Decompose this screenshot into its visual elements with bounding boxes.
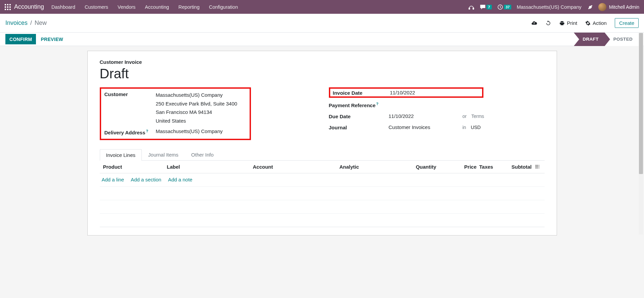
top-navbar: Accounting Dashboard Customers Vendors A… bbox=[0, 0, 644, 14]
breadcrumb-sep: / bbox=[30, 19, 32, 27]
nav-reporting[interactable]: Reporting bbox=[178, 4, 200, 10]
avatar bbox=[598, 3, 606, 11]
col-price[interactable]: Price bbox=[438, 164, 478, 170]
preview-button[interactable]: PREVIEW bbox=[36, 34, 68, 44]
col-product[interactable]: Product bbox=[102, 164, 166, 170]
payment-ref-label: Payment Reference? bbox=[329, 101, 389, 108]
svg-rect-16 bbox=[539, 166, 539, 167]
due-date-field: Due Date 11/10/2022 or Terms bbox=[329, 113, 545, 119]
cloud-upload-icon[interactable] bbox=[531, 20, 537, 26]
invoice-date-value[interactable]: 11/10/2022 bbox=[390, 90, 464, 95]
terms-placeholder[interactable]: Terms bbox=[471, 114, 484, 119]
control-bar: Invoices / New Print Action Create bbox=[0, 14, 644, 33]
navbar-left: Accounting Dashboard Customers Vendors A… bbox=[5, 3, 238, 10]
app-brand[interactable]: Accounting bbox=[14, 3, 44, 10]
highlight-customer-box: Customer Massachusetts(US) Company 250 E… bbox=[100, 87, 251, 140]
navbar-right: 7 37 Massachusetts(US) Company Mitchell … bbox=[468, 3, 639, 11]
status-bar: DRAFT POSTED bbox=[574, 33, 639, 46]
grid-empty-row[interactable] bbox=[100, 200, 545, 214]
due-date-value[interactable]: 11/10/2022 bbox=[389, 113, 463, 119]
messages-icon[interactable]: 7 bbox=[480, 4, 492, 10]
nav-accounting[interactable]: Accounting bbox=[145, 4, 169, 10]
customer-addr1: 250 Executive Park Blvd, Suite 3400 bbox=[156, 99, 238, 108]
breadcrumb-root[interactable]: Invoices bbox=[5, 19, 28, 27]
help-icon[interactable]: ? bbox=[146, 129, 148, 133]
nav-menu: Dashboard Customers Vendors Accounting R… bbox=[51, 4, 238, 10]
col-label[interactable]: Label bbox=[166, 164, 229, 170]
nav-dashboard[interactable]: Dashboard bbox=[51, 4, 75, 10]
customer-addr3: United States bbox=[156, 117, 238, 125]
svg-rect-1 bbox=[7, 4, 8, 5]
journal-field: Journal Customer Invoices in USD bbox=[329, 124, 545, 130]
tabs: Invoice Lines Journal Items Other Info bbox=[100, 149, 545, 161]
create-button[interactable]: Create bbox=[615, 18, 639, 28]
grid-empty-row[interactable] bbox=[100, 187, 545, 200]
form-subtitle: Customer Invoice bbox=[100, 59, 545, 65]
svg-rect-12 bbox=[535, 165, 538, 165]
journal-currency[interactable]: USD bbox=[471, 125, 481, 130]
due-date-label: Due Date bbox=[329, 113, 389, 119]
grid-header: Product Label Account Analytic Quantity … bbox=[100, 161, 545, 173]
form-columns: Customer Massachusetts(US) Company 250 E… bbox=[100, 87, 545, 140]
svg-rect-5 bbox=[9, 6, 11, 8]
journal-in: in bbox=[463, 125, 466, 130]
svg-rect-4 bbox=[7, 6, 8, 8]
journal-label: Journal bbox=[329, 124, 389, 130]
nav-configuration[interactable]: Configuration bbox=[209, 4, 238, 10]
status-draft[interactable]: DRAFT bbox=[574, 33, 604, 46]
svg-rect-8 bbox=[9, 9, 11, 10]
help-icon[interactable]: ? bbox=[376, 102, 379, 106]
col-options-icon[interactable] bbox=[533, 164, 543, 170]
print-label: Print bbox=[567, 20, 577, 26]
activities-icon[interactable]: 37 bbox=[497, 4, 511, 10]
scrollbar[interactable] bbox=[639, 33, 643, 235]
breadcrumb: Invoices / New bbox=[5, 19, 47, 27]
user-menu[interactable]: Mitchell Admin bbox=[598, 3, 639, 11]
control-bar-right: Print Action Create bbox=[531, 18, 639, 28]
customer-field: Customer Massachusetts(US) Company 250 E… bbox=[104, 91, 246, 125]
breadcrumb-current: New bbox=[35, 19, 47, 27]
grid-add-row: Add a line Add a section Add a note bbox=[100, 173, 545, 187]
due-date-or: or bbox=[463, 114, 467, 119]
form-right-col: Invoice Date 11/10/2022 Payment Referenc… bbox=[329, 87, 545, 140]
customer-value[interactable]: Massachusetts(US) Company 250 Executive … bbox=[156, 91, 238, 125]
apps-icon[interactable] bbox=[5, 4, 11, 10]
user-name: Mitchell Admin bbox=[609, 4, 639, 10]
main-area: Customer Invoice Draft Customer Massachu… bbox=[0, 46, 644, 240]
customer-addr2: San Francisco MA 94134 bbox=[156, 108, 238, 117]
col-taxes[interactable]: Taxes bbox=[478, 164, 508, 170]
svg-rect-0 bbox=[5, 4, 6, 5]
col-account[interactable]: Account bbox=[229, 164, 297, 170]
nav-customers[interactable]: Customers bbox=[85, 4, 108, 10]
add-section-link[interactable]: Add a section bbox=[131, 177, 161, 183]
delivery-value[interactable]: Massachusetts(US) Company bbox=[156, 128, 223, 134]
col-quantity[interactable]: Quantity bbox=[360, 164, 438, 170]
payment-ref-label-text: Payment Reference bbox=[329, 102, 376, 108]
payment-ref-field: Payment Reference? bbox=[329, 101, 545, 108]
nav-vendors[interactable]: Vendors bbox=[118, 4, 135, 10]
tab-other-info[interactable]: Other Info bbox=[185, 149, 220, 160]
add-line-link[interactable]: Add a line bbox=[102, 177, 124, 183]
delivery-field: Delivery Address? Massachusetts(US) Comp… bbox=[104, 128, 246, 135]
discard-icon[interactable] bbox=[545, 20, 551, 26]
svg-rect-13 bbox=[535, 166, 538, 167]
customer-name: Massachusetts(US) Company bbox=[156, 91, 238, 99]
col-subtotal[interactable]: Subtotal bbox=[508, 164, 533, 170]
scrollbar-thumb[interactable] bbox=[639, 33, 643, 174]
company-switcher[interactable]: Massachusetts(US) Company bbox=[517, 4, 582, 10]
customer-label: Customer bbox=[104, 91, 156, 97]
grid-empty-row[interactable] bbox=[100, 214, 545, 227]
print-button[interactable]: Print bbox=[559, 20, 577, 26]
confirm-button[interactable]: CONFIRM bbox=[5, 34, 36, 44]
action-button[interactable]: Action bbox=[585, 20, 607, 26]
tab-journal-items[interactable]: Journal Items bbox=[142, 149, 185, 160]
action-bar: CONFIRM PREVIEW DRAFT POSTED bbox=[0, 33, 644, 46]
svg-rect-15 bbox=[539, 165, 539, 165]
tab-invoice-lines[interactable]: Invoice Lines bbox=[100, 149, 142, 161]
journal-value[interactable]: Customer Invoices bbox=[389, 124, 463, 130]
add-note-link[interactable]: Add a note bbox=[168, 177, 192, 183]
form-sheet: Customer Invoice Draft Customer Massachu… bbox=[87, 51, 557, 236]
debug-icon[interactable] bbox=[587, 4, 593, 10]
support-icon[interactable] bbox=[468, 4, 474, 10]
col-analytic[interactable]: Analytic bbox=[297, 164, 360, 170]
